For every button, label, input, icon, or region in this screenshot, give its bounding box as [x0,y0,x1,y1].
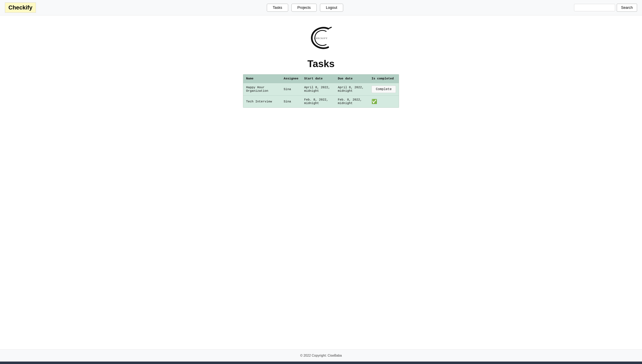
table-row: Tech Interview Sina Feb. 8, 2022, midnig… [243,96,399,108]
projects-nav-button[interactable]: Projects [292,4,317,12]
tasks-table-wrapper: Name Assignee Start date Due date Is com… [243,74,399,108]
svg-line-0 [328,27,331,29]
navbar-search: Search [574,4,637,12]
col-is-completed: Is completed [368,74,399,83]
main-content: CHECKIFY Tasks Name Assignee Start date … [0,16,642,350]
task-start-date: Feb. 8, 2022, midnight [301,96,335,108]
footer-copyright: © 2022 Copyright: CiseBaba [300,354,342,357]
task-due-date: April 8, 2022, midnight [335,83,368,96]
table-header-row: Name Assignee Start date Due date Is com… [243,74,399,83]
complete-button[interactable]: Complete [372,86,396,93]
brand-logo: Checkify [5,2,36,13]
table-body: Happy Hour Organization Sina April 8, 20… [243,83,399,108]
task-due-date: Feb. 8, 2022, midnight [335,96,368,108]
task-assignee: Sina [281,96,301,108]
search-button[interactable]: Search [617,4,637,12]
task-name: Tech Interview [243,96,281,108]
col-assignee: Assignee [281,74,301,83]
footer-bar [0,362,642,364]
task-assignee: Sina [281,83,301,96]
logo-container: CHECKIFY [307,24,335,53]
table-header: Name Assignee Start date Due date Is com… [243,74,399,83]
logout-nav-button[interactable]: Logout [320,4,343,12]
navbar: Checkify Tasks Projects Logout Search [0,0,642,16]
svg-text:CHECKIFY: CHECKIFY [314,37,328,40]
task-completed-cell: ✅ [368,96,399,108]
navbar-center: Tasks Projects Logout [267,4,343,12]
col-due-date: Due date [335,74,368,83]
page-title: Tasks [308,58,335,69]
task-name: Happy Hour Organization [243,83,281,96]
task-completed-cell: Complete [368,83,399,96]
tasks-table: Name Assignee Start date Due date Is com… [243,74,399,108]
completed-checkmark-icon: ✅ [372,99,377,104]
footer: © 2022 Copyright: CiseBaba [0,350,642,362]
search-input[interactable] [574,4,615,11]
col-start-date: Start date [301,74,335,83]
tasks-nav-button[interactable]: Tasks [267,4,288,12]
col-name: Name [243,74,281,83]
table-row: Happy Hour Organization Sina April 8, 20… [243,83,399,96]
checkify-logo-icon: CHECKIFY [307,24,335,52]
task-start-date: April 8, 2022, midnight [301,83,335,96]
